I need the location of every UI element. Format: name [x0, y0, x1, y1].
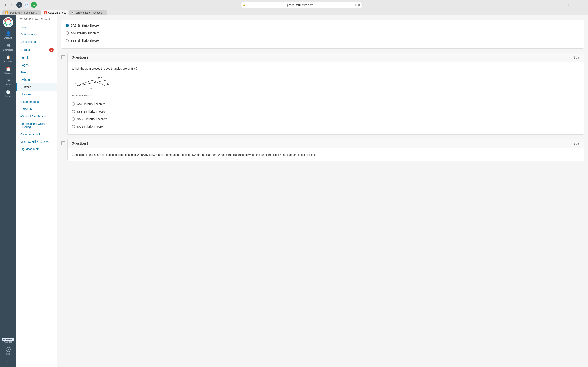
- extension-icon-3[interactable]: G: [31, 2, 37, 8]
- question2-card: Question 2 1 pts Which theorem proves th…: [67, 53, 584, 134]
- q2-label-aa: AA Similarity Theorem: [77, 102, 105, 106]
- partial-option-aa[interactable]: AA Similarity Theorem: [66, 29, 580, 37]
- brainly-favicon: B: [5, 11, 8, 14]
- tab-brainly[interactable]: B Brainly.com - For students. By student…: [2, 10, 41, 16]
- question3-title: Question 3: [72, 142, 89, 145]
- global-nav: 👤 Account ⊞ Dashboard 📋 Courses 📅 Calend…: [0, 16, 16, 367]
- analytics-label: Analytics: [4, 341, 12, 343]
- course-nav-quizzes[interactable]: Quizzes: [16, 83, 57, 91]
- course-nav-classnotebook[interactable]: Class Notebook: [16, 131, 57, 138]
- triangle-figure: 20 76.5 16 19: [72, 74, 580, 91]
- q2-label-sa: SA Similarity Theorem: [77, 125, 105, 128]
- question3-row: Question 3 1 pts Campsites F and G are o…: [61, 139, 584, 165]
- nav-item-account[interactable]: 👤 Account: [0, 29, 16, 41]
- svg-text:20: 20: [73, 82, 76, 85]
- nav-item-courses[interactable]: 📋 Courses: [0, 53, 16, 65]
- quiz-favicon: !: [44, 11, 47, 14]
- reload-icon[interactable]: ↻: [358, 3, 360, 7]
- courses-icon: 📋: [6, 55, 10, 59]
- add-tab-button[interactable]: +: [573, 2, 579, 8]
- question2-pts: 1 pts: [573, 56, 580, 59]
- course-nav-syllabus[interactable]: Syllabus: [16, 76, 57, 83]
- extension-addr-1: ⊞: [355, 3, 356, 6]
- course-nav-modules[interactable]: Modules: [16, 91, 57, 98]
- course-nav-office365[interactable]: Office 365: [16, 105, 57, 113]
- question2-checkbox[interactable]: [61, 55, 65, 59]
- radio-aa[interactable]: [66, 31, 69, 35]
- course-nav-assignments[interactable]: Assignments: [16, 31, 57, 38]
- partial-option-sas[interactable]: SAS Similarity Theorem: [66, 22, 580, 29]
- nav-item-history[interactable]: 🕐 History: [0, 88, 16, 100]
- partial-label-aa: AA Similarity Theorem: [71, 31, 99, 35]
- collapse-nav-button[interactable]: ←: [0, 357, 16, 365]
- svg-text:19: 19: [90, 87, 93, 90]
- tab-quiz[interactable]: ! Quiz: Ch. 8 Test: [41, 10, 68, 16]
- nav-item-help[interactable]: ? Help: [0, 345, 16, 357]
- dashboard-icon: ⊞: [7, 43, 10, 48]
- courses-label: Courses: [4, 60, 12, 63]
- radio-q2-sss[interactable]: [72, 110, 75, 113]
- course-nav-home[interactable]: Home: [16, 24, 57, 31]
- history-icon: 🕐: [6, 90, 10, 94]
- inbox-label: Inbox: [6, 83, 11, 86]
- course-nav-eschool[interactable]: eSchool Dashboard: [16, 113, 57, 120]
- course-nav-discussions[interactable]: Discussions: [16, 38, 57, 45]
- q2-option-sas[interactable]: SAS Similarity Theorem: [72, 115, 580, 123]
- radio-q2-aa[interactable]: [72, 102, 75, 106]
- course-nav-people[interactable]: People: [16, 54, 57, 61]
- calendar-icon: 📅: [6, 67, 10, 71]
- nav-item-dashboard[interactable]: ⊞ Dashboard: [0, 41, 16, 53]
- tab-overview-button[interactable]: ⊞: [580, 2, 586, 8]
- question2-text: Which theorem proves the two triangles a…: [72, 67, 580, 71]
- nav-item-inbox[interactable]: ✉ Inbox: [0, 76, 16, 88]
- partial-label-sss: SSS Similarity Theorem: [71, 39, 101, 42]
- course-nav-files[interactable]: Files: [16, 69, 57, 76]
- google-favicon: G: [72, 11, 75, 14]
- svg-marker-2: [92, 80, 106, 86]
- calendar-label: Calendar: [4, 72, 12, 74]
- address-bar[interactable]: 🔒 pasco.instructure.com ⊞ ↻: [240, 2, 363, 8]
- tab-brainly-label: Brainly.com - For students. By students.: [9, 11, 38, 14]
- extension-icon-2[interactable]: ✂: [24, 2, 29, 8]
- account-label: Account: [4, 37, 12, 39]
- back-button[interactable]: ‹: [2, 2, 8, 8]
- toolbar-actions: ⬆ + ⊞: [566, 2, 586, 8]
- nav-item-calendar[interactable]: 📅 Calendar: [0, 65, 16, 76]
- browser-chrome: ‹ › 🛡 ✂ G 🔒 pasco.instructure.com ⊞ ↻ ⬆ …: [0, 0, 588, 16]
- share-button[interactable]: ⬆: [566, 2, 572, 8]
- course-nav-smarthinking[interactable]: Smarthinking Online Tutoring: [16, 120, 57, 131]
- radio-q2-sa[interactable]: [72, 125, 75, 128]
- app-logo[interactable]: [3, 17, 13, 27]
- tab-quiz-label: Quiz: Ch. 8 Test: [48, 11, 66, 14]
- forward-button[interactable]: ›: [9, 2, 15, 8]
- dashboard-label: Dashboard: [3, 49, 13, 51]
- radio-sas-selected[interactable]: [66, 24, 69, 27]
- question3-checkbox[interactable]: [61, 142, 65, 145]
- radio-q2-sas[interactable]: [72, 117, 75, 121]
- grades-badge: 5: [49, 48, 54, 52]
- question2-options: AA Similarity Theorem SSS Similarity The…: [72, 100, 580, 130]
- browser-toolbar: ‹ › 🛡 ✂ G 🔒 pasco.instructure.com ⊞ ↻ ⬆ …: [2, 2, 586, 8]
- question3-card: Question 3 1 pts Campsites F and G are o…: [67, 139, 584, 161]
- figure-caption: Not drawn to scale: [72, 94, 580, 97]
- partial-option-sss[interactable]: SSS Similarity Theorem: [66, 37, 580, 44]
- q2-option-sss[interactable]: SSS Similarity Theorem: [72, 108, 580, 115]
- extension-icon-1[interactable]: 🛡: [16, 2, 22, 8]
- tab-google[interactable]: G screenshot on macbook air - Google Sea…: [69, 10, 107, 16]
- inbox-icon: ✉: [7, 78, 10, 83]
- course-title: 2022-23 Full Year - Fivay Hig...: [16, 16, 57, 24]
- course-nav-pages[interactable]: Pages: [16, 61, 57, 69]
- course-nav-collaborations[interactable]: Collaborations: [16, 98, 57, 105]
- course-nav-bigideas[interactable]: Big Ideas Math: [16, 145, 57, 153]
- nav-item-intelliboard[interactable]: IntelliBoard™ Analytics: [0, 336, 16, 345]
- q2-option-aa[interactable]: AA Similarity Theorem: [72, 100, 580, 108]
- question3-pts: 1 pts: [573, 142, 580, 145]
- radio-sss[interactable]: [66, 39, 69, 42]
- course-nav-mcgraw[interactable]: McGraw Hill K-12 SSO: [16, 138, 57, 145]
- q2-option-sa[interactable]: SA Similarity Theorem: [72, 123, 580, 130]
- intelliboard-badge: IntelliBoard™: [2, 338, 14, 341]
- course-nav-grades[interactable]: Grades 5: [16, 45, 57, 54]
- question3-body: Campsites F and G are on opposite sides …: [68, 149, 584, 161]
- browser-tabs: B Brainly.com - For students. By student…: [2, 9, 586, 16]
- svg-text:16: 16: [107, 83, 109, 85]
